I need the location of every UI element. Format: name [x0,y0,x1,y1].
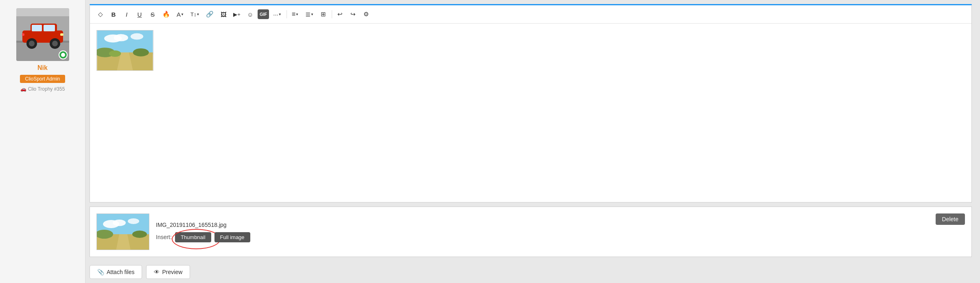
align-button[interactable]: ≡▼ [289,9,301,20]
svg-point-17 [131,33,143,40]
svg-point-21 [133,48,149,57]
fullimage-button[interactable]: Full image [214,232,250,242]
toolbar: ◇ B I U S 🔥 A▼ T↕▼ 🔗 🖼 ▶+ ☺ GIF ···▼ ≡▼ … [90,5,971,24]
attachment-item: IMG_20191106_165518.jpg Insert: Thumbnai… [96,213,965,250]
svg-point-9 [29,41,35,46]
paperclip-icon: 📎 [97,269,104,275]
table-button[interactable]: ⊞ [318,9,329,20]
list-button[interactable]: ≣▼ [303,9,316,20]
car-info: 🚗 Clio Trophy #355 [20,86,65,92]
svg-point-16 [114,34,128,41]
color-fill-button[interactable]: 🔥 [160,9,173,20]
gif-button[interactable]: GIF [258,9,269,19]
svg-point-30 [132,231,147,238]
font-size-button[interactable]: T↕▼ [188,9,202,20]
editor-body[interactable] [90,24,971,89]
role-badge: ClioSport Admin [20,75,65,83]
svg-rect-12 [60,33,63,36]
separator-2 [332,10,332,18]
delete-button[interactable]: Delete [936,213,965,225]
online-status-badge [59,50,68,59]
redo-button[interactable]: ↪ [348,9,359,20]
svg-point-22 [109,50,121,57]
italic-button[interactable]: I [121,9,132,20]
attachment-section: IMG_20191106_165518.jpg Insert: Thumbnai… [90,207,972,257]
emoji-button[interactable]: ☺ [245,9,256,20]
main-content: ◇ B I U S 🔥 A▼ T↕▼ 🔗 🖼 ▶+ ☺ GIF ···▼ ≡▼ … [85,0,980,283]
image-button[interactable]: 🖼 [218,9,229,20]
separator-1 [287,10,287,18]
svg-rect-13 [22,33,24,36]
insert-row: Insert: Thumbnail Full image [156,232,250,242]
bold-button[interactable]: B [108,9,119,20]
attachment-info: IMG_20191106_165518.jpg Insert: Thumbnai… [156,222,250,242]
preview-button[interactable]: 👁 Preview [146,265,190,279]
strikethrough-button[interactable]: S [147,9,158,20]
more-button[interactable]: ···▼ [271,9,284,20]
avatar-container [16,8,69,61]
svg-rect-6 [32,25,42,31]
username-label: Nik [37,64,48,72]
undo-button[interactable]: ↩ [335,9,346,20]
svg-point-11 [52,41,58,46]
link-button[interactable]: 🔗 [203,9,216,20]
attach-files-button[interactable]: 📎 Attach files [90,265,142,279]
eraser-button[interactable]: ◇ [95,9,106,20]
underline-button[interactable]: U [134,9,145,20]
attachment-thumbnail [96,213,149,250]
editor-wrapper: ◇ B I U S 🔥 A▼ T↕▼ 🔗 🖼 ▶+ ☺ GIF ···▼ ≡▼ … [90,4,972,202]
attachment-filename: IMG_20191106_165518.jpg [156,222,250,228]
media-button[interactable]: ▶+ [231,9,243,20]
bottom-actions: 📎 Attach files 👁 Preview [85,261,980,283]
inserted-image [96,30,153,71]
insert-label: Insert: [156,234,172,240]
sidebar: Nik ClioSport Admin 🚗 Clio Trophy #355 [0,0,85,283]
car-icon: 🚗 [20,86,26,92]
svg-point-26 [128,218,139,224]
thumbnail-button[interactable]: Thumbnail [175,232,211,242]
svg-point-25 [113,220,126,226]
settings-button[interactable]: ⚙ [361,9,372,20]
svg-rect-7 [44,25,55,31]
eye-icon: 👁 [154,269,160,275]
font-color-button[interactable]: A▼ [174,9,186,20]
